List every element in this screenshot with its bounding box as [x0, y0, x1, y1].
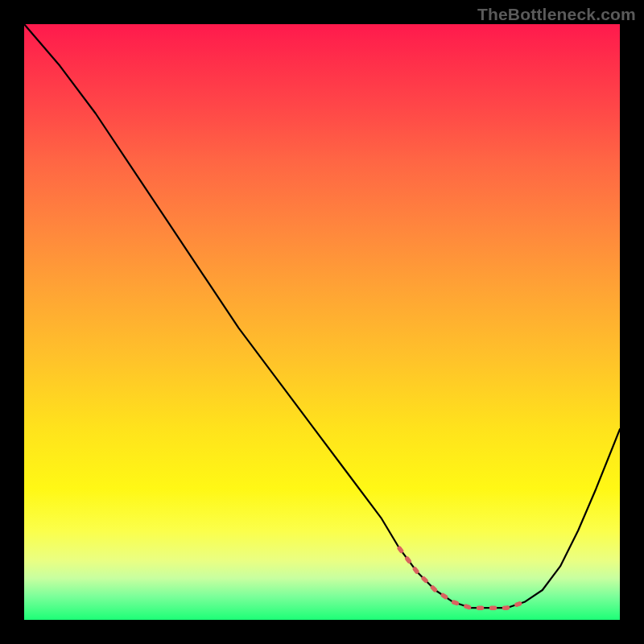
optimal-segment	[399, 548, 524, 608]
watermark-label: TheBottleneck.com	[477, 5, 636, 24]
chart-frame: TheBottleneck.com	[0, 0, 644, 644]
chart-svg	[24, 24, 620, 620]
bottleneck-curve	[24, 24, 620, 608]
plot-area	[24, 24, 620, 620]
